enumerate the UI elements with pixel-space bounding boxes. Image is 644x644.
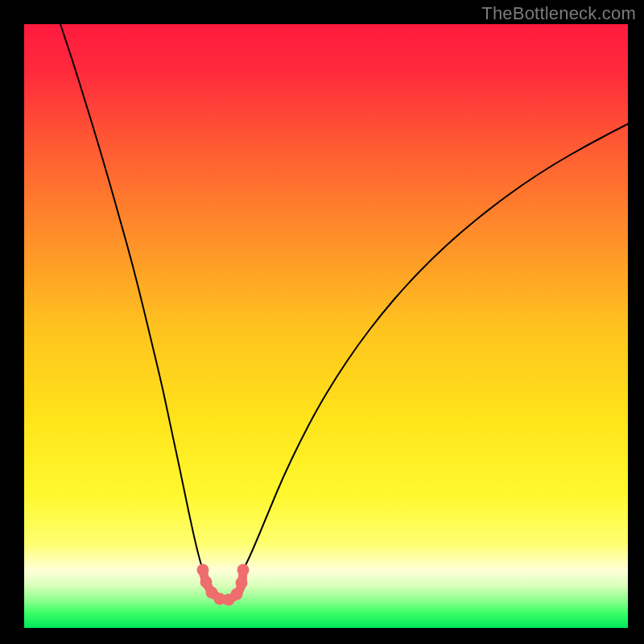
cup-dot xyxy=(200,576,213,588)
cup-dot xyxy=(231,588,243,601)
chart-svg xyxy=(0,0,644,644)
plot-background xyxy=(24,24,628,628)
watermark-text: TheBottleneck.com xyxy=(481,3,636,24)
cup-dot xyxy=(236,577,248,589)
chart-container: { "watermark": "TheBottleneck.com", "cha… xyxy=(0,0,644,644)
cup-dot xyxy=(237,564,250,576)
cup-dot xyxy=(197,564,209,576)
